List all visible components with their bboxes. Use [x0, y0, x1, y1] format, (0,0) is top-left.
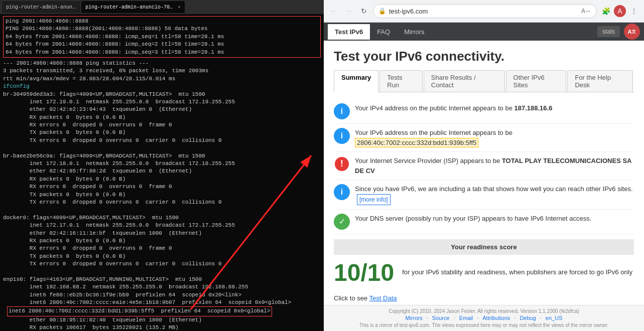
content-tabs: Summary Tests Run Share Results / Contac… — [334, 70, 634, 92]
info-icon-isp: ! — [334, 156, 350, 172]
tab-help-desk[interactable]: For the Help Desk — [567, 70, 633, 92]
info-text-dns: Your DNS server (possibly run by your IS… — [355, 214, 591, 224]
info-row-ipv4: i Your IPv4 address on the public Intern… — [334, 99, 634, 124]
terminal-line: ether 02:42:e2:23:94:43 txqueuelen 0 (Et… — [3, 106, 321, 113]
terminal-line: ether 00:18:95:1c:02:40 txqueuelen 1000 … — [3, 316, 321, 324]
test-data-link[interactable]: Test Data — [369, 294, 397, 302]
terminal-line: 3 packets transmitted, 3 received, 0% pa… — [3, 67, 321, 75]
footer-link-attributions[interactable]: Attributions — [482, 315, 510, 321]
terminal-tab-2[interactable]: ping-router-admin-anuncio-7000 ✕ — [81, 1, 185, 13]
profile-button[interactable]: A — [614, 5, 626, 17]
info-icon-ipv4: i — [334, 103, 350, 119]
info-i-icon: i — [341, 107, 343, 116]
readiness-score: 10/10 — [334, 259, 394, 286]
terminal-line: PING 2001:4860:4860::8888(2001:4860:4860… — [6, 25, 318, 33]
info-text-isp: Your Internet Service Provider (ISP) app… — [355, 156, 634, 176]
info-row-ipv6: i Your IPv6 address on the public Intern… — [334, 124, 634, 152]
browser-panel: ← → ↻ 🔒 test-ipv6.com A↔ 🧩 A ⋮ Test IPv6… — [324, 0, 644, 331]
readiness-score-row: 10/10 for your IPv6 stability and readin… — [334, 255, 634, 290]
terminal-line: TX packets 0 bytes 0 (0.0 B) — [3, 129, 321, 136]
site-content: Test your IPv6 connectivity. Summary Tes… — [324, 41, 644, 305]
red-arrow-icon: ! — [334, 156, 350, 172]
terminal-line: 64 bytes from 2001:4860:4860::8888: icmp… — [6, 33, 318, 41]
terminal-tab-2-label: ping-router-admin-anuncio-7000 — [85, 5, 176, 10]
svg-text:!: ! — [340, 158, 343, 169]
footer-links: Mirrors · Source · Email · Attributions … — [334, 315, 634, 321]
info-icon-dns: ✓ — [334, 214, 350, 230]
extensions-button[interactable]: 🧩 — [600, 5, 612, 17]
terminal-tabs: ping-router-admin-anuncio-700 ping-route… — [0, 0, 324, 14]
terminal-line: ether 02:42:16:11:1e:bf txqueuelen 1000 … — [3, 230, 321, 237]
info-icon-ipv6: i — [334, 128, 350, 144]
terminal-line: inet 172.17.0.1 netmask 255.255.0.0 broa… — [3, 222, 321, 229]
terminal-line: ping 2001:4860:4860::8888 — [6, 18, 318, 25]
terminal-line: 64 bytes from 2001:4860:4860::8888: icmp… — [6, 49, 318, 56]
translate-icon[interactable]: A↔ — [581, 8, 591, 15]
terminal-line: docker0: flags=4099<UP,BROADCAST,MULTICA… — [3, 214, 321, 222]
terminal-line: TX packets 0 bytes 0 (0.0 B) — [3, 191, 321, 199]
more-info-link[interactable]: [more info] — [357, 194, 391, 205]
info-text-ipv6-tab: Since you have IPv6, we are including a … — [355, 184, 634, 205]
terminal-line: RX packets 0 bytes 0 (0.0 B) — [3, 114, 321, 121]
tab-summary[interactable]: Summary — [334, 70, 378, 92]
browser-toolbar: ← → ↻ 🔒 test-ipv6.com A↔ 🧩 A ⋮ — [324, 0, 644, 22]
test-data-row: Click to see Test Data — [334, 290, 634, 304]
site-tab-faq[interactable]: FAQ — [370, 24, 397, 40]
readiness-section: Your readiness score 10/10 for your IPv6… — [334, 239, 634, 290]
terminal-panel: ping-router-admin-anuncio-700 ping-route… — [0, 0, 324, 331]
info-text-ipv4: Your IPv4 address on the public Internet… — [355, 103, 552, 113]
readiness-header: Your readiness score — [334, 239, 634, 255]
highlighted-ipv6-line: inet6 2806:40c:7002:cccc:332d:bdd1:939b:… — [7, 306, 272, 316]
terminal-line — [3, 268, 321, 276]
info-i-icon-3: i — [341, 188, 343, 197]
footer-link-debug[interactable]: Debug — [520, 315, 536, 321]
tab-tests-run[interactable]: Tests Run — [379, 70, 423, 92]
terminal-line: inet6 2806:40c:7002:cccc:332d:bdd1:939b:… — [9, 308, 271, 314]
terminal-line: inet 172.19.0.1 netmask 255.255.0.0 broa… — [3, 98, 321, 106]
reload-button[interactable]: ↻ — [358, 5, 370, 17]
readiness-description: for your IPv6 stability and readiness, w… — [402, 267, 632, 277]
page-title: Test your IPv6 connectivity. — [334, 49, 634, 64]
info-icon-ipv6-tab: i — [334, 184, 350, 200]
url-text: test-ipv6.com — [389, 8, 428, 15]
stats-button[interactable]: stats — [597, 26, 620, 37]
terminal-line: RX errors 0 dropped 0 overruns 0 frame 0 — [3, 183, 321, 191]
terminal-line — [3, 206, 321, 214]
tab-share-results[interactable]: Share Results / Contact — [424, 70, 505, 92]
copyright-text: Copyright (C) 2010, 2024 Jason Fesler. A… — [334, 308, 634, 314]
test-data-prefix: Click to see — [334, 294, 367, 302]
footer-link-mirrors[interactable]: Mirrors — [406, 315, 423, 321]
forward-button[interactable]: → — [343, 5, 355, 17]
terminal-line: RX packets 0 bytes 0 (0.0 B) — [3, 237, 321, 245]
readiness-label: Your readiness score — [341, 243, 627, 251]
terminal-content: ping 2001:4860:4860::8888 PING 2001:4860… — [0, 14, 324, 331]
tab-other-ipv6[interactable]: Other IPv6 Sites — [506, 70, 567, 92]
footer-link-locale[interactable]: en_US — [546, 315, 563, 321]
terminal-close-icon[interactable]: ✕ — [178, 4, 181, 10]
lock-icon: 🔒 — [378, 8, 386, 15]
info-row-ipv6-tab: i Since you have IPv6, we are including … — [334, 180, 634, 210]
terminal-line: RX errors 0 dropped 0 overruns 0 frame 0 — [3, 121, 321, 129]
footer-link-email[interactable]: Email — [459, 315, 473, 321]
mirror-text: This is a mirror of test-ipv6.com. The v… — [334, 322, 634, 328]
site-nav: Test IPv6 FAQ Mirrors stats A文 — [324, 23, 644, 41]
terminal-line: --- 2001:4860:4860::8888 ping statistics… — [3, 60, 321, 67]
site-tab-test-ipv6[interactable]: Test IPv6 — [328, 24, 370, 40]
terminal-line: br-baee2be56c9a: flags=4099<UP,BROADCAST… — [3, 152, 321, 160]
address-bar[interactable]: 🔒 test-ipv6.com A↔ — [373, 4, 597, 18]
terminal-line: RX packets 0 bytes 0 (0.0 B) — [3, 176, 321, 183]
back-button[interactable]: ← — [328, 5, 340, 17]
menu-button[interactable]: ⋮ — [628, 5, 640, 17]
translate-button[interactable]: A文 — [624, 24, 640, 40]
terminal-line: inet 172.18.0.1 netmask 255.255.0.0 broa… — [3, 160, 321, 168]
terminal-line: TX packets 0 bytes 0 (0.0 B) — [3, 253, 321, 260]
terminal-line: ifconfig — [3, 83, 321, 90]
terminal-tab-1[interactable]: ping-router-admin-anuncio-700 — [2, 1, 80, 13]
ping-output-block: ping 2001:4860:4860::8888 PING 2001:4860… — [3, 16, 321, 58]
footer-link-source[interactable]: Source — [432, 315, 450, 321]
terminal-line: TX errors 0 dropped 0 overruns 0 carrier… — [3, 137, 321, 144]
browser-chrome: ← → ↻ 🔒 test-ipv6.com A↔ 🧩 A ⋮ — [324, 0, 644, 23]
ipv6-address-highlighted: 2806:40c:7002:cccc:332d:bdd1:939b:5ff5 — [355, 138, 478, 147]
site-tab-mirrors[interactable]: Mirrors — [397, 24, 431, 40]
terminal-line: TX errors 0 dropped 0 overruns 0 carrier… — [3, 260, 321, 268]
